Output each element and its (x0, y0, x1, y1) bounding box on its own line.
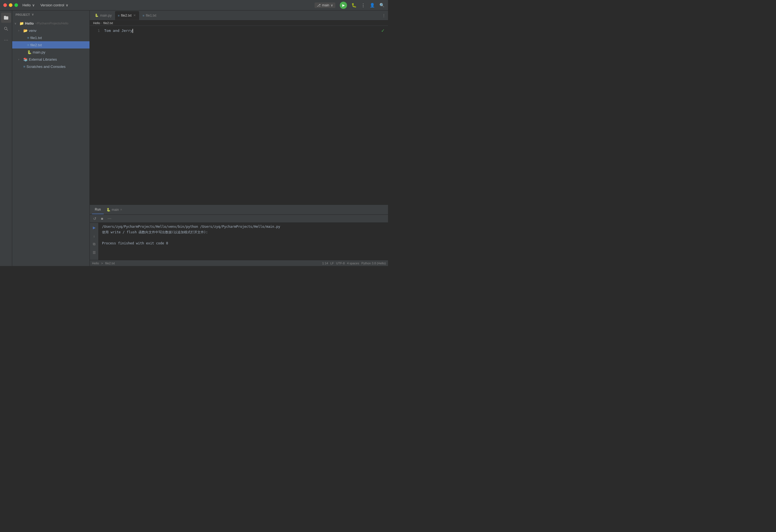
tab-file1-icon: ≡ (143, 14, 144, 17)
tree-item-file2[interactable]: ≡ file2.txt (12, 41, 89, 48)
rerun-icon[interactable]: ↺ (92, 216, 98, 221)
tab-file2-close-icon[interactable]: ✕ (133, 13, 136, 17)
breadcrumb-sep: › (101, 21, 102, 25)
tree-item-extlibs[interactable]: › 📚 External Libraries (12, 56, 89, 63)
account-icon[interactable]: 👤 (370, 3, 375, 8)
activity-more-icon[interactable]: ⋯ (1, 35, 11, 45)
tab-mainpy-icon: 🐍 (95, 14, 99, 17)
tab-file2txt[interactable]: ≡ file2.txt ✕ (115, 11, 139, 20)
status-bar: Hello > file2.txt 1:14 LF UTF-8 4 spaces… (90, 260, 388, 266)
vc-menu[interactable]: Version control ∨ (40, 3, 68, 7)
panel-run-label: Run (95, 208, 101, 211)
branch-indicator[interactable]: ⎇ main ∨ (315, 2, 335, 8)
line-numbers: 1 (90, 26, 103, 205)
tab-mainpy-label: main.py (100, 14, 112, 17)
panel-output: /Users/zyq/PycharmProjects/Hello/venv/bi… (99, 223, 388, 266)
tree-label-file1: file1.txt (30, 36, 42, 40)
tree-item-hello[interactable]: ∨ 📁 Hello ~/PycharmProjects/Hello (12, 20, 89, 27)
file2-icon: ≡ (27, 43, 29, 47)
more-menu-icon[interactable]: ⋮ (361, 3, 365, 8)
titlebar-right: ⎇ main ∨ ▶ 🐛 ⋮ 👤 🔍 (315, 2, 385, 9)
svg-line-1 (6, 29, 8, 31)
tree-arrow-hello: ∨ (14, 22, 18, 25)
tree-label-extlibs: External Libraries (29, 57, 57, 61)
tree-label-hello-path: ~/PycharmProjects/Hello (35, 22, 68, 25)
status-indent[interactable]: 4 spaces (347, 262, 359, 265)
branch-chevron-icon: ∨ (331, 3, 333, 7)
status-left: Hello > file2.txt (92, 262, 115, 265)
tree-label-file2: file2.txt (30, 43, 42, 47)
editor-checkmark: ✓ (381, 28, 385, 33)
sidebar-title: Project (15, 13, 30, 16)
panel-tab-run[interactable]: Run (92, 205, 104, 214)
panel-main-icon: 🐍 (107, 208, 111, 212)
bottom-panel: Run 🐍 main ✕ ↺ ■ ⋯ (90, 205, 388, 260)
sidebar-header: Project ∨ (12, 11, 89, 19)
panel-list-icon[interactable]: ☰ (90, 249, 98, 256)
activity-bar: ⋯ (0, 11, 12, 266)
tree-label-mainpy: main.py (33, 50, 45, 54)
project-chevron-icon: ∨ (32, 3, 35, 7)
panel-left-icons: ▶ ↓ ⧉ ☰ ↗ ⤓ 🖨 🗑 ℹ 🔖 (90, 223, 99, 266)
status-hello[interactable]: Hello (92, 262, 99, 265)
editor-area: 🐍 main.py ≡ file2.txt ✕ ≡ file1.txt ⋮ He… (90, 11, 388, 266)
panel-layers-icon[interactable]: ⧉ (90, 241, 98, 248)
project-tree: ∨ 📁 Hello ~/PycharmProjects/Hello › 📂 ve… (12, 19, 89, 266)
status-encoding[interactable]: UTF-8 (336, 262, 345, 265)
status-line-ending[interactable]: LF (330, 262, 334, 265)
code-area[interactable]: Tom and Jerry (103, 26, 388, 205)
tree-arrow-extlibs: › (18, 58, 22, 61)
minimize-button[interactable] (9, 3, 12, 7)
breadcrumb-file[interactable]: file2.txt (104, 21, 113, 25)
traffic-lights (3, 3, 18, 7)
titlebar: Hello ∨ Version control ∨ ⎇ main ∨ ▶ 🐛 ⋮… (0, 0, 388, 11)
folder-venv-icon: 📂 (23, 29, 28, 33)
panel-down-icon[interactable]: ↓ (90, 232, 98, 239)
breadcrumb-hello[interactable]: Hello (93, 21, 100, 25)
tab-file1txt[interactable]: ≡ file1.txt (140, 11, 159, 20)
cursor (133, 29, 133, 33)
activity-folder-icon[interactable] (1, 13, 11, 23)
panel-tab-main-subtab[interactable]: 🐍 main ✕ (104, 205, 125, 214)
panel-main-close-icon[interactable]: ✕ (120, 208, 122, 211)
panel-run-icon[interactable]: ▶ (90, 224, 98, 231)
tree-item-mainpy[interactable]: 🐍 main.py (12, 48, 89, 56)
panel-output-line-3 (102, 235, 385, 241)
project-menu[interactable]: Hello ∨ (22, 3, 35, 7)
svg-point-0 (4, 27, 7, 30)
mainpy-icon: 🐍 (27, 50, 32, 54)
tab-mainpy[interactable]: 🐍 main.py (92, 11, 115, 20)
tab-bar-actions: ⋮ (382, 13, 386, 18)
tree-item-file1[interactable]: ≡ file1.txt (12, 34, 89, 41)
stop-icon[interactable]: ■ (100, 216, 104, 221)
status-file[interactable]: file2.txt (105, 262, 115, 265)
tab-file2-label: file2.txt (121, 14, 131, 17)
file1-icon: ≡ (27, 36, 29, 40)
code-content-1: Tom and Jerry (104, 28, 133, 33)
activity-search-icon[interactable] (1, 24, 11, 34)
status-language[interactable]: Python 3.8 (Hello) (361, 262, 386, 265)
scratches-icon: ≡ (23, 64, 25, 69)
panel-tabs: Run 🐍 main ✕ (90, 205, 388, 215)
branch-name: main (322, 3, 329, 7)
tree-label-scratches: Scratches and Consoles (27, 64, 66, 69)
panel-more-icon[interactable]: ⋯ (107, 216, 113, 221)
tree-label-hello: Hello (25, 21, 34, 25)
tree-item-venv[interactable]: › 📂 venv (12, 27, 89, 34)
panel-toolbar: ↺ ■ ⋯ (90, 215, 388, 223)
panel-main-label: main (112, 208, 119, 212)
search-icon[interactable]: 🔍 (379, 3, 385, 8)
tree-arrow-venv: › (18, 29, 22, 32)
line-number-1: 1 (90, 28, 100, 33)
tab-more-icon[interactable]: ⋮ (382, 13, 386, 18)
tab-bar: 🐍 main.py ≡ file2.txt ✕ ≡ file1.txt ⋮ (90, 11, 388, 20)
maximize-button[interactable] (14, 3, 18, 7)
status-position[interactable]: 1:14 (322, 262, 328, 265)
editor-content[interactable]: 1 Tom and Jerry ✓ (90, 26, 388, 205)
run-button[interactable]: ▶ (340, 2, 347, 9)
close-button[interactable] (3, 3, 7, 7)
vc-label: Version control (40, 3, 64, 7)
tree-item-scratches[interactable]: ≡ Scratches and Consoles (12, 63, 89, 70)
breadcrumb: Hello › file2.txt (90, 20, 388, 26)
debug-icon[interactable]: 🐛 (351, 3, 357, 8)
